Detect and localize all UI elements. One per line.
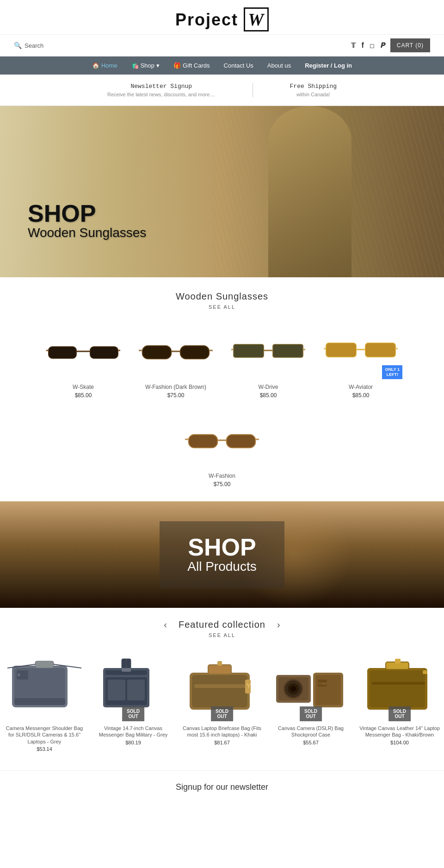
- svg-rect-6: [90, 347, 118, 358]
- badge-sold-out-military: SOLDOUT: [122, 706, 144, 721]
- product-w-fashion-dark-img: [134, 324, 217, 379]
- product-camera-messenger[interactable]: ≡ Camera Messenger Shoulder Bag for SLR/…: [0, 652, 89, 752]
- product-w-skate[interactable]: W-Skate $85.00: [42, 324, 125, 399]
- promo-shipping: Free Shipping within Canada!: [253, 83, 374, 97]
- product-canvas-camera-dslr-img: CAM SOLDOUT: [270, 652, 352, 721]
- nav-home[interactable]: 🏠 Home: [92, 62, 117, 69]
- pinterest-icon[interactable]: 𝙋: [380, 41, 385, 50]
- svg-rect-33: [189, 435, 217, 448]
- product-w-aviator-price: $85.00: [319, 392, 402, 399]
- w-skate-glasses-svg: [46, 337, 120, 365]
- featured-section: ‹ Featured collection › SEE ALL ≡ Camera…: [0, 619, 444, 766]
- product-canvas-camera-dslr-name: Canvas Camera (DSLR) Bag Shockproof Case: [270, 725, 352, 738]
- featured-next-arrow[interactable]: ›: [275, 619, 283, 630]
- product-w-skate-name: W-Skate: [42, 384, 125, 390]
- product-w-aviator-name: W-Aviator: [319, 384, 402, 390]
- search-area[interactable]: 🔍 Search: [14, 42, 43, 49]
- product-w-aviator-img: ONLY 1 LEFT!: [319, 324, 402, 379]
- promo-newsletter-title: Newsletter Signup: [107, 83, 216, 90]
- product-vintage-canvas-military-img: SOLDOUT: [92, 652, 174, 721]
- facebook-icon[interactable]: f: [361, 41, 364, 50]
- top-bar: 🔍 Search 𝕋 f ◻ 𝙋 CART (0): [0, 34, 444, 56]
- product-w-skate-img: [42, 324, 125, 379]
- svg-rect-71: [372, 682, 425, 685]
- svg-rect-47: [108, 680, 125, 700]
- social-icons: 𝕋 f ◻ 𝙋 CART (0): [351, 38, 430, 52]
- nav-register[interactable]: Register / Log in: [305, 62, 352, 69]
- nav-gift-cards[interactable]: 🎁 Gift Cards: [173, 62, 210, 69]
- hero2-shop-label: SHOP: [187, 535, 256, 559]
- badge-sold-out-briefcase: SOLDOUT: [211, 706, 233, 721]
- twitter-icon[interactable]: 𝕋: [351, 42, 356, 49]
- product-w-drive[interactable]: W-Drive $85.00: [227, 324, 310, 399]
- svg-rect-13: [180, 346, 209, 359]
- logo-bold: W: [244, 7, 269, 31]
- cart-button[interactable]: CART (0): [390, 38, 430, 52]
- w-aviator-glasses-svg: [324, 337, 398, 365]
- hero-banner-all-products[interactable]: SHOP All Products: [0, 501, 444, 608]
- product-vintage-canvas-leather-name: Vintage Canvas Leather 14" Laptop Messen…: [359, 725, 440, 738]
- svg-rect-70: [395, 659, 401, 663]
- product-w-skate-price: $85.00: [42, 392, 125, 399]
- svg-rect-73: [397, 687, 423, 705]
- product-w-aviator[interactable]: ONLY 1 LEFT! W-Aviator $85.00: [319, 324, 402, 399]
- featured-title: Featured collection: [179, 619, 265, 630]
- dropdown-icon: ▾: [156, 62, 160, 69]
- product-w-fashion-dark-name: W-Fashion (Dark Brown): [134, 384, 217, 390]
- camera-messenger-svg: ≡: [7, 656, 81, 717]
- svg-rect-49: [122, 668, 131, 672]
- promo-bar: Newsletter Signup Receive the latest new…: [0, 75, 444, 106]
- sunglasses-product-grid: W-Skate $85.00 W-Fashion (Dark Brown) $7…: [0, 319, 444, 412]
- product-canvas-laptop-briefcase-name: Canvas Laptop Briefcase Bag (Fits most 1…: [181, 725, 263, 738]
- search-label: Search: [25, 42, 43, 49]
- product-vintage-canvas-military[interactable]: SOLDOUT Vintage 14.7-inch Canvas Messeng…: [89, 652, 178, 752]
- product-canvas-camera-dslr-price: $55.67: [270, 740, 352, 745]
- svg-rect-64: [315, 675, 341, 705]
- hero-sub-label: Wooden Sunglasses: [28, 225, 146, 240]
- w-fashion-dark-glasses-svg: [139, 337, 213, 365]
- product-w-fashion[interactable]: W-Fashion $75.00: [180, 412, 264, 487]
- product-canvas-laptop-briefcase[interactable]: Y SOLDOUT Canvas Laptop Briefcase Bag (F…: [178, 652, 266, 752]
- product-vintage-canvas-military-name: Vintage 14.7-inch Canvas Messenger Bag M…: [92, 725, 174, 738]
- promo-newsletter-sub: Receive the latest news, discounts, and …: [107, 92, 216, 97]
- newsletter-title: Signup for our newsletter: [0, 782, 444, 792]
- svg-rect-48: [127, 680, 145, 700]
- promo-shipping-sub: within Canada!: [290, 92, 337, 97]
- svg-rect-27: [365, 343, 395, 357]
- hero2-text: SHOP All Products: [160, 521, 284, 588]
- svg-text:≡: ≡: [18, 672, 20, 677]
- instagram-icon[interactable]: ◻: [370, 42, 375, 49]
- nav-shop[interactable]: 🛍️ Shop ▾: [131, 62, 160, 69]
- product-vintage-canvas-leather[interactable]: SOLDOUT Vintage Canvas Leather 14" Lapto…: [355, 652, 444, 752]
- product-w-fashion-img: [180, 412, 264, 468]
- svg-rect-5: [49, 347, 76, 358]
- nav-about[interactable]: About us: [267, 62, 291, 69]
- product-canvas-laptop-briefcase-img: Y SOLDOUT: [181, 652, 263, 721]
- product-w-fashion-name: W-Fashion: [180, 473, 264, 479]
- featured-header: ‹ Featured collection ›: [0, 619, 444, 630]
- product-camera-messenger-name: Camera Messenger Shoulder Bag for SLR/DS…: [4, 725, 85, 745]
- badge-sold-out-dslr: SOLDOUT: [300, 706, 322, 721]
- product-w-fashion-dark[interactable]: W-Fashion (Dark Brown) $75.00: [134, 324, 217, 399]
- product-camera-messenger-img: ≡: [4, 652, 85, 721]
- svg-rect-39: [35, 661, 54, 668]
- hero2-sub-label: All Products: [187, 559, 256, 574]
- product-w-drive-img: [227, 324, 310, 379]
- hero-banner-sunglasses[interactable]: SHOP Wooden Sunglasses: [0, 106, 444, 277]
- product-canvas-camera-dslr[interactable]: CAM SOLDOUT Canvas Camera (DSLR) Bag Sho…: [266, 652, 355, 752]
- see-all-sunglasses[interactable]: SEE ALL: [0, 304, 444, 310]
- svg-rect-12: [142, 346, 171, 359]
- w-drive-glasses-svg: [231, 337, 305, 365]
- see-all-featured[interactable]: SEE ALL: [0, 632, 444, 638]
- badge-sold-out-leather: SOLDOUT: [388, 706, 411, 721]
- site-logo: Project W: [0, 9, 444, 30]
- svg-rect-53: [208, 665, 231, 674]
- logo-text: Project: [175, 10, 238, 29]
- product-w-drive-price: $85.00: [227, 392, 310, 399]
- featured-prev-arrow[interactable]: ‹: [161, 619, 169, 630]
- nav-contact[interactable]: Contact Us: [224, 62, 253, 69]
- promo-newsletter[interactable]: Newsletter Signup Receive the latest new…: [70, 83, 253, 97]
- product-canvas-laptop-briefcase-price: $81.67: [181, 740, 263, 745]
- giftcard-icon: 🎁: [173, 62, 181, 69]
- product-vintage-canvas-military-price: $80.19: [92, 740, 174, 745]
